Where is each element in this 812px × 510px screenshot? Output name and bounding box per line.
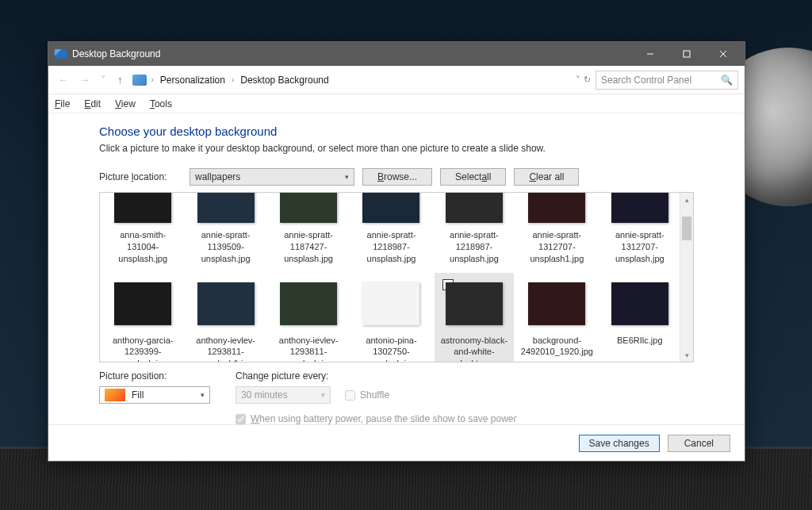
- nav-history-dropdown-button[interactable]: ˅: [98, 72, 109, 87]
- wallpaper-thumbnail[interactable]: BE6RIlc.jpg: [600, 273, 680, 362]
- page-heading: Choose your desktop background: [99, 125, 694, 138]
- battery-checkbox-input: [236, 414, 246, 424]
- search-input[interactable]: Search Control Panel 🔍: [596, 71, 738, 90]
- search-icon: 🔍: [721, 75, 733, 86]
- clear-all-button[interactable]: Clear all: [514, 168, 579, 186]
- thumbnail-image: [114, 282, 171, 325]
- picture-position-value: Fill: [132, 389, 144, 401]
- thumbnail-image: [528, 282, 585, 325]
- thumbnail-filename: antonio-pina-1302750-unsplash.jpg: [353, 335, 429, 362]
- thumbnail-image: [611, 282, 668, 325]
- chevron-down-icon: ▾: [321, 391, 325, 399]
- chevron-right-icon: ›: [232, 75, 234, 84]
- scroll-up-button[interactable]: ▴: [680, 193, 693, 206]
- thumbnail-filename: anthony-ievlev-1293811-unsplash.jpg: [270, 335, 347, 362]
- picture-location-select[interactable]: wallpapers ▾: [190, 168, 354, 186]
- thumbnail-filename: annie-spratt-1187427-unsplash.jpg: [270, 229, 347, 265]
- gallery-viewport[interactable]: anna-smith-131004-unsplash.jpgannie-spra…: [99, 192, 694, 362]
- thumbnail-filename: anthony-garcia-1239399-unsplash.jpg: [105, 335, 181, 362]
- wallpaper-thumbnail[interactable]: background-2492010_1920.jpg: [517, 273, 596, 362]
- refresh-button[interactable]: ↻: [584, 75, 591, 85]
- change-interval-select: 30 minutes ▾: [236, 386, 331, 404]
- scroll-down-button[interactable]: ▾: [680, 348, 693, 362]
- nav-back-button[interactable]: ←: [55, 72, 71, 87]
- change-interval-value: 30 minutes: [241, 389, 288, 401]
- address-bar: ← → ˅ ↑ › Personalization › Desktop Back…: [48, 66, 745, 94]
- wallpaper-thumbnail[interactable]: annie-spratt-1139509-unsplash.jpg: [186, 192, 265, 270]
- window-title: Desktop Background: [72, 48, 632, 59]
- wallpaper-thumbnail[interactable]: anthony-garcia-1239399-unsplash.jpg: [103, 273, 182, 362]
- wallpaper-thumbnail[interactable]: antonio-pina-1302750-unsplash.jpg: [351, 273, 431, 362]
- thumbnail-filename: annie-spratt-1218987-unsplash.jpg: [436, 229, 512, 265]
- dialog-footer: Save changes Cancel: [48, 424, 745, 461]
- thumbnail-image: [611, 192, 668, 223]
- wallpaper-thumbnail[interactable]: anthony-ievlev-1293811-unsplash1.jpg: [186, 273, 265, 362]
- svg-rect-1: [684, 51, 690, 57]
- menu-view[interactable]: View: [113, 97, 137, 111]
- menu-bar: File Edit View Tools: [48, 94, 745, 113]
- cancel-button[interactable]: Cancel: [668, 435, 730, 452]
- select-all-button[interactable]: Select all: [440, 168, 506, 186]
- wallpaper-thumbnail[interactable]: annie-spratt-1218987-unsplash.jpg: [351, 192, 431, 270]
- menu-tools[interactable]: Tools: [148, 97, 174, 111]
- shuffle-checkbox-input: [345, 390, 355, 401]
- wallpaper-thumbnail[interactable]: ✓astronomy-black-and-white-desktop-wallp…: [435, 273, 514, 362]
- wallpaper-thumbnail[interactable]: annie-spratt-1312707-unsplash.jpg: [600, 192, 680, 270]
- save-changes-button[interactable]: Save changes: [579, 435, 660, 452]
- thumbnail-filename: annie-spratt-1312707-unsplash.jpg: [602, 229, 678, 265]
- thumbnail-image: [114, 192, 171, 223]
- nav-forward-button[interactable]: →: [76, 72, 93, 87]
- breadcrumb-personalization[interactable]: Personalization: [159, 73, 227, 87]
- wallpaper-thumbnail[interactable]: anthony-ievlev-1293811-unsplash.jpg: [269, 273, 348, 362]
- thumbnail-image: [446, 282, 503, 325]
- breadcrumb-desktop-background[interactable]: Desktop Background: [239, 73, 330, 87]
- thumbnail-image: [197, 192, 255, 223]
- maximize-button[interactable]: [668, 42, 705, 66]
- close-button[interactable]: [705, 42, 741, 66]
- thumbnail-filename: annie-spratt-1139509-unsplash.jpg: [187, 229, 263, 265]
- chevron-right-icon: ›: [151, 75, 154, 84]
- thumbnail-image: [280, 282, 337, 325]
- thumbnail-filename: astronomy-black-and-white-desktop-wallpa…: [436, 335, 512, 362]
- wallpaper-gallery: anna-smith-131004-unsplash.jpgannie-spra…: [99, 192, 694, 362]
- titlebar[interactable]: Desktop Background: [48, 42, 745, 66]
- battery-checkbox: When using battery power, pause the slid…: [236, 413, 517, 424]
- folder-icon: [132, 75, 147, 86]
- battery-label: When using battery power, pause the slid…: [251, 413, 517, 424]
- thumbnail-image: [362, 282, 419, 325]
- wallpaper-thumbnail[interactable]: annie-spratt-1312707-unsplash1.jpg: [517, 192, 596, 270]
- menu-edit[interactable]: Edit: [82, 97, 102, 111]
- picture-location-value: wallpapers: [195, 171, 240, 182]
- window-controls: [632, 42, 741, 66]
- thumbnail-filename: anthony-ievlev-1293811-unsplash1.jpg: [187, 335, 263, 362]
- scrollbar-thumb[interactable]: [682, 217, 691, 240]
- shuffle-checkbox: Shuffle: [345, 389, 389, 401]
- wallpaper-thumbnail[interactable]: anna-smith-131004-unsplash.jpg: [103, 192, 182, 270]
- chevron-down-icon: ▾: [201, 391, 205, 399]
- nav-up-button[interactable]: ↑: [114, 72, 126, 87]
- menu-file[interactable]: File: [53, 97, 71, 111]
- content-area: Choose your desktop background Click a p…: [48, 113, 745, 424]
- picture-position-select[interactable]: Fill ▾: [99, 386, 210, 404]
- wallpaper-thumbnail[interactable]: annie-spratt-1218987-unsplash.jpg: [435, 192, 514, 270]
- chevron-down-icon: ▾: [345, 173, 349, 181]
- thumbnail-filename: BE6RIlc.jpg: [615, 335, 664, 347]
- thumbnail-image: [197, 282, 255, 325]
- thumbnail-image: [446, 192, 503, 223]
- picture-location-row: Picture location: wallpapers ▾ Browse...…: [99, 168, 694, 186]
- address-bar-dropdown-button[interactable]: ˅: [576, 75, 580, 85]
- search-placeholder: Search Control Panel: [601, 75, 691, 86]
- thumbnail-image: [280, 192, 337, 223]
- shuffle-label: Shuffle: [360, 389, 389, 401]
- wallpaper-thumbnail[interactable]: annie-spratt-1187427-unsplash.jpg: [269, 192, 348, 270]
- browse-button[interactable]: Browse...: [362, 168, 432, 186]
- page-subheading: Click a picture to make it your desktop …: [99, 143, 694, 154]
- minimize-button[interactable]: [632, 42, 668, 66]
- scrollbar[interactable]: ▴ ▾: [680, 193, 693, 362]
- breadcrumb[interactable]: › Personalization › Desktop Background: [151, 73, 572, 87]
- control-panel-window: Desktop Background ← → ˅ ↑ › Personaliza…: [48, 41, 745, 462]
- change-picture-every-label: Change picture every:: [236, 370, 517, 382]
- thumbnail-filename: annie-spratt-1312707-unsplash1.jpg: [519, 229, 595, 265]
- thumbnail-filename: background-2492010_1920.jpg: [519, 335, 595, 359]
- thumbnail-filename: anna-smith-131004-unsplash.jpg: [105, 229, 181, 265]
